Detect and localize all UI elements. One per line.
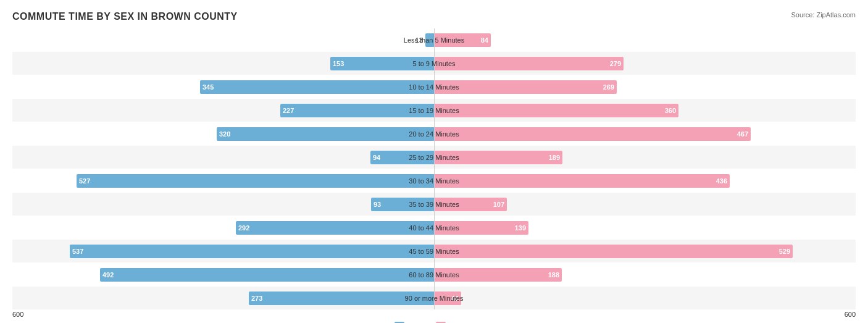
bar-male: 93	[371, 198, 434, 211]
left-side: 492	[12, 263, 434, 286]
left-side: 273	[12, 287, 434, 309]
bar-female: 360	[434, 104, 678, 117]
bar-female: 40	[434, 292, 461, 305]
female-value: 467	[737, 130, 748, 138]
left-side: 292	[12, 216, 434, 239]
bar-male: 320	[217, 127, 434, 141]
source-text: Source: ZipAtlas.com	[791, 11, 856, 19]
male-value: 345	[202, 83, 214, 91]
chart-container: COMMUTE TIME BY SEX IN BROWN COUNTY Sour…	[0, 0, 868, 323]
female-value: 139	[515, 224, 526, 232]
male-value: 153	[333, 60, 344, 67]
left-side: 153	[12, 52, 434, 75]
bar-male: 292	[236, 221, 434, 235]
right-side: 360	[434, 99, 856, 122]
female-value: 436	[716, 177, 727, 185]
bar-female: 467	[434, 127, 751, 141]
female-value: 279	[610, 60, 621, 67]
right-side: 107	[434, 193, 856, 216]
bar-female: 269	[434, 80, 617, 94]
bar-male: 273	[249, 292, 434, 305]
bar-female: 188	[434, 268, 562, 282]
bar-male: 94	[370, 151, 434, 164]
bar-male: 153	[330, 57, 434, 70]
left-side: 320	[12, 122, 434, 145]
left-side: 345	[12, 75, 434, 98]
axis-right: 600	[845, 311, 856, 318]
chart-title: COMMUTE TIME BY SEX IN BROWN COUNTY	[12, 11, 856, 22]
left-side: 93	[12, 193, 434, 216]
female-value: 107	[493, 201, 504, 208]
bar-female: 436	[434, 174, 730, 188]
right-side: 269	[434, 75, 856, 98]
male-value: 292	[238, 224, 249, 232]
bar-male: 492	[100, 268, 434, 282]
axis-left: 600	[12, 311, 23, 318]
bar-male: 13	[425, 33, 434, 47]
bar-female: 84	[434, 33, 491, 47]
left-side: 13	[12, 28, 434, 51]
center-line	[434, 28, 435, 309]
male-value: 492	[102, 271, 114, 279]
right-side: 84	[434, 28, 856, 51]
right-side: 467	[434, 122, 856, 145]
bar-male: 345	[200, 80, 434, 94]
female-value: 188	[548, 271, 559, 279]
male-value: 94	[373, 154, 380, 161]
right-side: 139	[434, 216, 856, 239]
male-value: 273	[251, 295, 262, 302]
right-side: 279	[434, 52, 856, 75]
axis-labels: 600 600	[12, 311, 856, 318]
bar-male: 527	[77, 174, 434, 188]
right-side: 40	[434, 287, 856, 309]
female-value: 529	[779, 248, 790, 255]
female-value: 189	[549, 154, 560, 161]
bar-male: 227	[280, 104, 434, 117]
male-value: 93	[373, 201, 381, 208]
bar-male: 537	[70, 245, 434, 258]
right-side: 188	[434, 263, 856, 286]
female-value: 360	[665, 107, 676, 114]
bar-female: 107	[434, 198, 507, 211]
male-value: 227	[283, 107, 294, 114]
right-side: 189	[434, 146, 856, 169]
male-value: 320	[219, 130, 230, 138]
right-side: 436	[434, 169, 856, 192]
female-value: 269	[603, 83, 614, 91]
left-side: 94	[12, 146, 434, 169]
left-side: 537	[12, 240, 434, 262]
bar-female: 139	[434, 221, 528, 235]
female-value: 84	[481, 36, 488, 44]
left-side: 227	[12, 99, 434, 122]
rows-wrapper: 13 Less than 5 Minutes 84 153 5 to 9 Min…	[12, 28, 856, 309]
male-value: 537	[72, 248, 83, 255]
female-value: 40	[451, 295, 459, 302]
left-side: 527	[12, 169, 434, 192]
male-value: 13	[415, 36, 423, 44]
bar-female: 529	[434, 245, 793, 258]
bar-female: 279	[434, 57, 624, 70]
bar-female: 189	[434, 151, 562, 164]
right-side: 529	[434, 240, 856, 262]
male-value: 527	[79, 177, 90, 185]
